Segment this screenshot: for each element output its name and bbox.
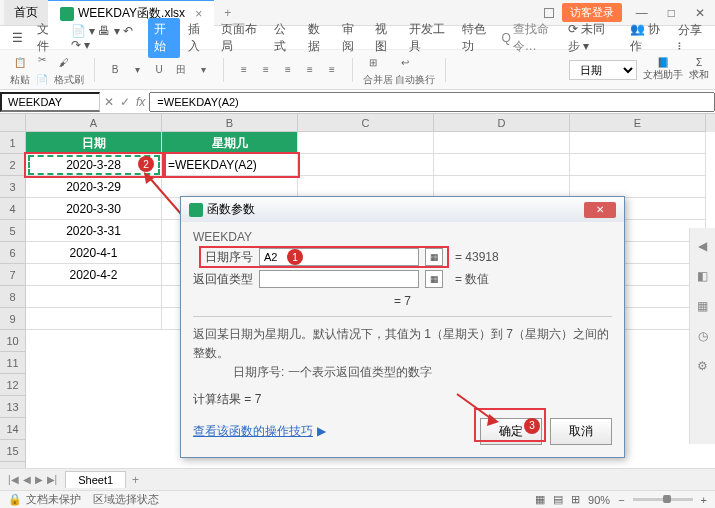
row-header[interactable]: 7 xyxy=(0,264,26,286)
panel-style-icon[interactable]: ◧ xyxy=(695,268,711,284)
cancel-button[interactable]: 取消 xyxy=(550,418,612,445)
cell[interactable] xyxy=(434,154,570,176)
sheet-tab-1[interactable]: Sheet1 xyxy=(65,471,126,488)
cell[interactable] xyxy=(298,176,434,198)
cell[interactable] xyxy=(298,154,434,176)
cancel-formula-icon[interactable]: ✕ xyxy=(104,95,114,109)
sum-button[interactable]: Σ 求和 xyxy=(689,57,709,82)
row-header[interactable]: 8 xyxy=(0,286,26,308)
number-format-select[interactable]: 日期 xyxy=(569,60,637,80)
align-center[interactable]: ≡ xyxy=(300,60,320,80)
row-header[interactable]: 10 xyxy=(0,330,26,352)
tab-start[interactable]: 开始 xyxy=(148,18,180,58)
tab-view[interactable]: 视图 xyxy=(369,18,401,58)
tab-formula[interactable]: 公式 xyxy=(268,18,300,58)
format-painter-button[interactable]: 🖌 xyxy=(54,53,74,73)
cell[interactable] xyxy=(298,132,434,154)
accept-formula-icon[interactable]: ✓ xyxy=(120,95,130,109)
align-right[interactable]: ≡ xyxy=(322,60,342,80)
fx-icon[interactable]: fx xyxy=(136,95,145,109)
sheet-nav-last[interactable]: ▶| xyxy=(47,474,58,485)
row-header[interactable]: 4 xyxy=(0,198,26,220)
cell[interactable] xyxy=(434,132,570,154)
zoom-out-button[interactable]: − xyxy=(618,494,624,506)
command-search[interactable]: Q 查找命令… xyxy=(501,21,559,55)
row-header[interactable]: 9 xyxy=(0,308,26,330)
row-header[interactable]: 14 xyxy=(0,418,26,440)
window-mode-icon[interactable] xyxy=(544,8,554,18)
dialog-titlebar[interactable]: 函数参数 ✕ xyxy=(181,197,624,222)
sheet-nav-next[interactable]: ▶ xyxy=(35,474,43,485)
formula-input[interactable] xyxy=(149,92,715,112)
sheet-nav-first[interactable]: |◀ xyxy=(8,474,19,485)
col-header[interactable]: B xyxy=(162,114,298,132)
row-header[interactable]: 11 xyxy=(0,352,26,374)
bold-button[interactable]: B xyxy=(105,60,125,80)
zoom-slider[interactable] xyxy=(633,498,693,501)
help-play-icon[interactable]: ▶ xyxy=(317,424,326,438)
tab-layout[interactable]: 页面布局 xyxy=(215,18,266,58)
cell-a7[interactable]: 2020-4-2 xyxy=(26,264,162,286)
border-button[interactable]: 田 xyxy=(171,60,191,80)
sync-status[interactable]: ⟳ 未同步 ▾ xyxy=(562,18,622,58)
param2-ref-button[interactable]: ▦ xyxy=(425,270,443,288)
sheet-nav-prev[interactable]: ◀ xyxy=(23,474,31,485)
row-header[interactable]: 6 xyxy=(0,242,26,264)
view-page-icon[interactable]: ▤ xyxy=(553,493,563,506)
view-break-icon[interactable]: ⊞ xyxy=(571,493,580,506)
panel-analysis-icon[interactable]: ▦ xyxy=(695,298,711,314)
zoom-thumb[interactable] xyxy=(663,495,671,503)
cell[interactable] xyxy=(570,154,706,176)
col-header[interactable]: A xyxy=(26,114,162,132)
cut-button[interactable]: ✂ xyxy=(32,50,52,70)
copy-button[interactable]: 📄 xyxy=(32,70,52,90)
align-left[interactable]: ≡ xyxy=(278,60,298,80)
col-header[interactable]: D xyxy=(434,114,570,132)
collab-button[interactable]: 👥 协作 xyxy=(624,18,671,58)
cell-b1[interactable]: 星期几 xyxy=(162,132,298,154)
fill-color-button[interactable]: ▾ xyxy=(193,60,213,80)
param2-input[interactable] xyxy=(259,270,419,288)
doc-assist-button[interactable]: 📘 文档助手 xyxy=(643,57,683,82)
align-top[interactable]: ≡ xyxy=(234,60,254,80)
tab-review[interactable]: 审阅 xyxy=(336,18,368,58)
row-header[interactable]: 2 xyxy=(0,154,26,176)
row-header[interactable]: 1 xyxy=(0,132,26,154)
paste-button[interactable]: 📋 xyxy=(10,53,30,73)
cell[interactable] xyxy=(26,286,162,308)
help-link[interactable]: 查看该函数的操作技巧 xyxy=(193,423,313,440)
cell[interactable] xyxy=(570,176,706,198)
panel-settings-icon[interactable]: ⚙ xyxy=(695,358,711,374)
cell[interactable] xyxy=(26,308,162,330)
tab-insert[interactable]: 插入 xyxy=(182,18,214,58)
col-header[interactable]: E xyxy=(570,114,706,132)
cell-a6[interactable]: 2020-4-1 xyxy=(26,242,162,264)
share-button[interactable]: 分享 ፧ xyxy=(672,19,709,56)
app-menu-button[interactable]: ☰ xyxy=(6,28,29,48)
zoom-level[interactable]: 90% xyxy=(588,494,610,506)
underline-button[interactable]: U xyxy=(149,60,169,80)
row-header[interactable]: 15 xyxy=(0,440,26,462)
tab-developer[interactable]: 开发工具 xyxy=(403,18,454,58)
italic-button[interactable]: ▾ xyxy=(127,60,147,80)
param1-input[interactable] xyxy=(259,248,419,266)
zoom-in-button[interactable]: + xyxy=(701,494,707,506)
row-header[interactable]: 5 xyxy=(0,220,26,242)
select-all-corner[interactable] xyxy=(0,114,26,132)
name-box[interactable] xyxy=(0,92,100,112)
tab-data[interactable]: 数据 xyxy=(302,18,334,58)
align-mid[interactable]: ≡ xyxy=(256,60,276,80)
view-normal-icon[interactable]: ▦ xyxy=(535,493,545,506)
row-header[interactable]: 13 xyxy=(0,396,26,418)
add-sheet-button[interactable]: + xyxy=(132,473,139,487)
row-header[interactable]: 12 xyxy=(0,374,26,396)
cell[interactable] xyxy=(434,176,570,198)
row-header[interactable]: 3 xyxy=(0,176,26,198)
tab-special[interactable]: 特色功 xyxy=(456,18,497,58)
merge-button[interactable]: ⊞ xyxy=(363,53,383,73)
cell[interactable] xyxy=(570,132,706,154)
dialog-close-button[interactable]: ✕ xyxy=(584,202,616,218)
panel-toggle-icon[interactable]: ◀ xyxy=(695,238,711,254)
wrap-button[interactable]: ↩ xyxy=(395,53,415,73)
param1-ref-button[interactable]: ▦ xyxy=(425,248,443,266)
